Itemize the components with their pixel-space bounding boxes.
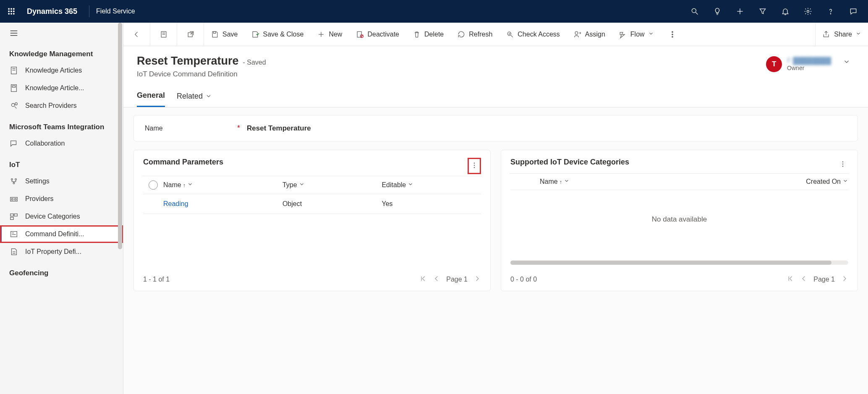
chevron-down-icon — [648, 31, 654, 38]
chevron-down-icon — [562, 178, 570, 185]
sidebar-item-knowledge-article-templates[interactable]: Knowledge Article... — [0, 79, 123, 97]
pager-first-icon[interactable] — [419, 275, 427, 284]
owner-avatar[interactable]: T — [766, 56, 782, 72]
svg-point-23 — [12, 104, 15, 107]
new-label: New — [329, 31, 342, 38]
owner-name[interactable]: F ████████ — [787, 57, 831, 65]
sidebar-item-device-categories[interactable]: Device Categories — [0, 208, 123, 225]
svg-point-14 — [830, 13, 831, 14]
pager-next-icon[interactable] — [473, 275, 481, 284]
section-teams-integration: Microsoft Teams Integration — [0, 115, 123, 135]
chevron-down-icon — [297, 181, 305, 189]
svg-point-25 — [11, 179, 13, 180]
sidebar-item-command-definitions[interactable]: Command Definiti... — [0, 225, 123, 243]
command-bar: Save Save & Close New Deactivate Delete … — [123, 23, 868, 46]
sidebar-item-collaboration[interactable]: Collaboration — [0, 135, 123, 152]
save-close-button[interactable]: Save & Close — [244, 23, 310, 46]
tab-label: Related — [177, 92, 203, 101]
sidebar-item-iot-providers[interactable]: Providers — [0, 190, 123, 208]
header-expand-button[interactable] — [831, 55, 855, 67]
back-button[interactable] — [123, 23, 150, 46]
svg-point-13 — [807, 10, 809, 13]
pager-prev-icon[interactable] — [433, 275, 440, 284]
sidebar-item-knowledge-articles[interactable]: Knowledge Articles — [0, 62, 123, 79]
svg-point-24 — [15, 103, 18, 105]
subgrid-more-button[interactable] — [468, 158, 481, 174]
svg-point-26 — [15, 179, 17, 180]
tab-general[interactable]: General — [137, 91, 165, 107]
grid-row[interactable]: Reading Object Yes — [143, 194, 481, 214]
grid-header-row: Name ↑ Created On — [510, 174, 848, 190]
overflow-button[interactable] — [661, 23, 684, 46]
delete-button[interactable]: Delete — [406, 23, 450, 46]
sidebar-item-iot-property-definitions[interactable]: IoT Property Defi... — [0, 243, 123, 261]
add-icon[interactable] — [729, 0, 751, 23]
row-type: Object — [282, 200, 382, 208]
svg-point-53 — [672, 36, 673, 37]
column-header-created-on[interactable]: Created On — [708, 178, 848, 185]
flow-button[interactable]: Flow — [612, 23, 661, 46]
app-name[interactable]: Field Service — [94, 8, 135, 15]
subgrid-more-button[interactable] — [837, 158, 848, 172]
bell-icon[interactable] — [774, 0, 797, 23]
save-button[interactable]: Save — [204, 23, 244, 46]
column-header-type[interactable]: Type — [282, 181, 382, 189]
svg-point-60 — [842, 166, 843, 167]
pager-first-icon[interactable] — [787, 275, 794, 284]
section-iot: IoT — [0, 152, 123, 172]
share-button[interactable]: Share — [815, 23, 868, 46]
form-header: Reset Temperature - Saved IoT Device Com… — [123, 46, 868, 78]
svg-point-50 — [575, 31, 578, 34]
sidebar-toggle[interactable] — [0, 23, 123, 42]
horizontal-scrollbar[interactable] — [510, 261, 848, 265]
sidebar-item-label: IoT Property Defi... — [25, 248, 81, 256]
row-name-link[interactable]: Reading — [163, 200, 188, 207]
select-all-checkbox[interactable] — [149, 180, 158, 190]
brand-title[interactable]: Dynamics 365 — [23, 7, 85, 16]
subgrid-title: Supported IoT Device Categories — [510, 158, 629, 167]
lightbulb-icon[interactable] — [706, 0, 729, 23]
app-launcher-icon[interactable] — [0, 0, 23, 23]
filter-icon[interactable] — [751, 0, 774, 23]
activity-timeline-button[interactable] — [150, 23, 177, 46]
assistant-icon[interactable] — [842, 0, 865, 23]
section-geofencing: Geofencing — [0, 261, 123, 281]
svg-point-54 — [474, 163, 475, 164]
tab-related[interactable]: Related — [177, 91, 212, 107]
svg-point-0 — [8, 8, 10, 10]
sidebar-item-iot-settings[interactable]: Settings — [0, 172, 123, 190]
save-status: - Saved — [243, 59, 266, 66]
svg-point-55 — [474, 165, 475, 166]
sidebar-scrollbar[interactable] — [118, 23, 122, 394]
sidebar-item-label: Search Providers — [25, 102, 77, 110]
column-header-name[interactable]: Name ↑ — [540, 178, 708, 185]
pager-prev-icon[interactable] — [800, 275, 808, 284]
open-new-window-button[interactable] — [177, 23, 204, 46]
svg-point-56 — [474, 167, 475, 168]
search-icon[interactable] — [683, 0, 706, 23]
gear-icon[interactable] — [797, 0, 819, 23]
global-nav-bar: Dynamics 365 Field Service — [0, 0, 868, 23]
refresh-label: Refresh — [469, 31, 492, 38]
deactivate-button[interactable]: Deactivate — [349, 23, 406, 46]
column-header-name[interactable]: Name ↑ — [163, 181, 282, 189]
sidebar-item-search-providers[interactable]: Search Providers — [0, 97, 123, 115]
general-section: Name * Reset Temperature — [133, 115, 858, 141]
help-icon[interactable] — [819, 0, 842, 23]
pager-next-icon[interactable] — [841, 275, 848, 284]
column-header-editable[interactable]: Editable — [382, 181, 481, 189]
field-value-name[interactable]: Reset Temperature — [247, 124, 311, 133]
check-access-button[interactable]: Check Access — [499, 23, 566, 46]
refresh-button[interactable]: Refresh — [450, 23, 499, 46]
svg-rect-33 — [10, 217, 13, 220]
svg-point-59 — [842, 164, 843, 164]
divider — [89, 5, 89, 17]
new-button[interactable]: New — [310, 23, 349, 46]
svg-point-2 — [13, 8, 15, 10]
svg-rect-46 — [358, 31, 362, 37]
svg-rect-43 — [214, 31, 216, 33]
svg-point-9 — [692, 8, 696, 13]
assign-button[interactable]: Assign — [567, 23, 612, 46]
record-title: Reset Temperature — [137, 55, 239, 67]
svg-point-4 — [11, 11, 12, 12]
